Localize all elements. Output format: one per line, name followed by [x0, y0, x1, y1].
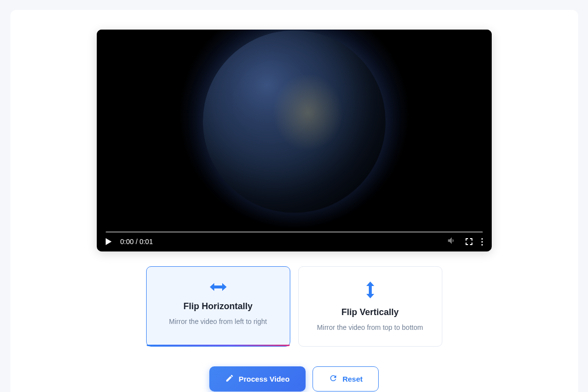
pencil-icon — [225, 374, 234, 384]
video-frame-globe — [203, 31, 386, 213]
option-description: Mirror the video from top to bottom — [311, 323, 430, 331]
reset-button[interactable]: Reset — [313, 366, 379, 392]
video-content — [97, 30, 492, 232]
process-video-button[interactable]: Process Video — [209, 366, 306, 392]
option-title: Flip Horizontally — [158, 301, 278, 312]
video-time-display: 0:00 / 0:01 — [120, 238, 153, 246]
menu-dots-icon[interactable] — [481, 238, 483, 246]
flip-horizontal-option[interactable]: Flip Horizontally Mirror the video from … — [146, 266, 290, 347]
action-buttons: Process Video Reset — [30, 366, 558, 392]
arrows-vertical-icon — [311, 282, 430, 298]
fullscreen-icon[interactable] — [466, 238, 472, 245]
video-player[interactable]: 0:00 / 0:01 — [97, 30, 492, 251]
option-description: Mirror the video from left to right — [158, 318, 278, 325]
video-controls: 0:00 / 0:01 — [97, 232, 492, 251]
play-icon[interactable] — [106, 238, 112, 245]
arrows-horizontal-icon — [158, 282, 278, 292]
redo-icon — [329, 374, 338, 384]
main-container: 0:00 / 0:01 Flip Horizontally Mirror the… — [10, 10, 578, 392]
option-title: Flip Vertically — [311, 307, 430, 318]
button-label: Process Video — [239, 375, 290, 383]
flip-vertical-option[interactable]: Flip Vertically Mirror the video from to… — [298, 266, 442, 347]
button-label: Reset — [343, 375, 363, 383]
flip-options: Flip Horizontally Mirror the video from … — [30, 266, 558, 347]
volume-icon[interactable] — [447, 236, 457, 248]
